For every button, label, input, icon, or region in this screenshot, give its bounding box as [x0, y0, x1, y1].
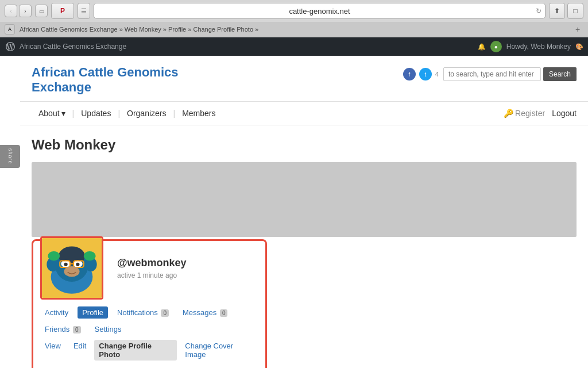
breadcrumb: African Cattle Genomics Exchange » Web M…	[17, 22, 572, 37]
wp-color-icon[interactable]: 🎨	[575, 43, 583, 51]
howdy-text: Howdy, Web Monkey	[506, 43, 571, 51]
nav-about[interactable]: About ▾	[32, 106, 72, 120]
tab-friends[interactable]: Friends 0	[40, 323, 86, 335]
messages-badge: 0	[220, 309, 228, 317]
header-top: African Cattle Genomics Exchange f t 4 S…	[32, 65, 577, 95]
facebook-icon[interactable]: f	[403, 68, 416, 80]
profile-active-status: active 1 minute ago	[117, 271, 187, 279]
reader-button[interactable]: ☰	[78, 3, 90, 19]
site-nav: About ▾ | Updates | Organizers | Members…	[20, 102, 588, 125]
nav-left: About ▾ | Updates | Organizers | Members	[32, 106, 223, 120]
new-tab-button[interactable]: □	[567, 3, 583, 19]
back-button[interactable]: ‹	[5, 5, 17, 17]
wp-account[interactable]: ●	[490, 41, 502, 52]
tab-messages[interactable]: Messages 0	[178, 306, 232, 319]
site-title[interactable]: African Cattle Genomics Exchange	[32, 65, 179, 95]
wp-admin-bar: African Cattle Genomics Exchange 🔔 ● How…	[0, 37, 588, 56]
pinterest-button[interactable]: P	[51, 3, 74, 19]
tab-notifications[interactable]: Notifications 0	[113, 306, 173, 319]
search-button[interactable]: Search	[543, 67, 577, 81]
profile-tabs: Activity Profile Notifications 0 Message…	[40, 306, 258, 335]
share-button[interactable]: ⬆	[549, 3, 565, 19]
nav-logout[interactable]: Logout	[552, 109, 577, 118]
svg-point-14	[48, 251, 60, 261]
svg-point-15	[84, 251, 96, 261]
nav-members[interactable]: Members	[175, 106, 222, 120]
tab-profile[interactable]: Profile	[78, 306, 108, 319]
wp-logo[interactable]	[5, 41, 16, 52]
search-form: Search	[443, 67, 577, 81]
url-bar[interactable]: cattle-genomix.net ↻	[94, 3, 546, 19]
subtab-view[interactable]: View	[40, 340, 65, 361]
search-input[interactable]	[443, 67, 541, 81]
profile-highlight-box: @webmonkey active 1 minute ago Activity …	[32, 239, 267, 368]
notifications-badge: 0	[161, 309, 169, 317]
browser-actions: ⬆ □	[549, 3, 583, 19]
tab-activity[interactable]: Activity	[40, 306, 73, 319]
show-tabs-button[interactable]: ▭	[35, 5, 48, 17]
new-tab-plus[interactable]: +	[572, 22, 583, 37]
site-header: African Cattle Genomics Exchange f t 4 S…	[20, 56, 588, 102]
svg-point-13	[64, 266, 79, 277]
wp-right-icons: 🔔 ● Howdy, Web Monkey 🎨	[478, 41, 583, 52]
tab-bar: A African Cattle Genomics Exchange » Web…	[0, 22, 588, 37]
nav-updates[interactable]: Updates	[74, 106, 118, 120]
content-area: African Cattle Genomics Exchange f t 4 S…	[20, 56, 588, 368]
share-count: 4	[435, 71, 439, 78]
url-text: cattle-genomix.net	[289, 7, 350, 16]
social-icons: f t 4	[403, 68, 439, 80]
header-right: f t 4 Search	[403, 67, 577, 81]
avatar-image	[42, 238, 102, 298]
profile-page-title: Web Monkey	[32, 137, 577, 153]
friends-badge: 0	[73, 326, 81, 334]
share-tab[interactable]: share	[0, 145, 20, 168]
register-icon: 🔑	[504, 109, 513, 118]
wp-site-name[interactable]: African Cattle Genomics Exchange	[20, 43, 474, 51]
svg-point-12	[76, 262, 79, 266]
twitter-icon[interactable]: t	[419, 68, 432, 80]
wp-notifications[interactable]: 🔔	[478, 43, 486, 51]
refresh-button[interactable]: ↻	[536, 7, 541, 15]
profile-username: @webmonkey	[117, 257, 187, 269]
svg-point-11	[64, 262, 67, 266]
nav-right: 🔑 Register Logout	[504, 109, 577, 118]
browser-chrome: ‹ › ▭ P ☰ cattle-genomix.net ↻ ⬆ □ A Afr…	[0, 0, 588, 37]
forward-button[interactable]: ›	[19, 5, 32, 17]
profile-subtabs: View Edit Change Profile Photo Change Co…	[40, 340, 258, 361]
profile-avatar-wrapper	[40, 236, 103, 300]
wordpress-icon	[6, 42, 15, 51]
profile-avatar	[42, 238, 102, 298]
tab-settings[interactable]: Settings	[90, 323, 126, 335]
profile-section: Web Monkey	[20, 125, 588, 368]
site-wrapper: share African Cattle Genomics Exchange f…	[0, 56, 588, 368]
browser-toolbar: ‹ › ▭ P ☰ cattle-genomix.net ↻ ⬆ □	[0, 0, 588, 22]
subtab-change-photo[interactable]: Change Profile Photo	[94, 340, 177, 361]
nav-register[interactable]: 🔑 Register	[504, 109, 545, 118]
subtab-change-cover[interactable]: Change Cover Image	[180, 340, 258, 361]
ssl-icon: A	[5, 24, 15, 34]
nav-buttons: ‹ ›	[5, 5, 32, 17]
subtab-edit[interactable]: Edit	[69, 340, 91, 361]
profile-info: @webmonkey active 1 minute ago	[117, 248, 187, 279]
cover-photo	[32, 162, 577, 237]
user-avatar-small: ●	[490, 41, 502, 52]
nav-organizers[interactable]: Organizers	[120, 106, 173, 120]
about-dropdown-icon: ▾	[61, 109, 65, 118]
